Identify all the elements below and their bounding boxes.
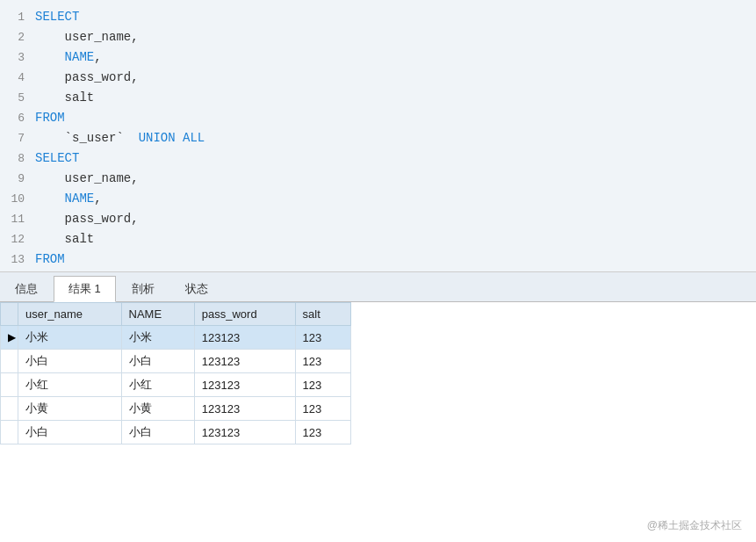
line-number: 11 [0, 210, 35, 229]
code-line: 9 user_name, [0, 169, 756, 189]
line-number: 6 [0, 109, 35, 128]
tab-信息[interactable]: 信息 [0, 276, 53, 301]
code-line: 6FROM [0, 108, 756, 128]
code-line: 1SELECT [0, 7, 756, 27]
line-number: 9 [0, 170, 35, 189]
cell-user_name: 小黄 [18, 397, 122, 421]
line-content: FROM [35, 249, 756, 269]
cell-salt: 123 [295, 421, 350, 444]
row-indicator: ▶ [1, 326, 18, 350]
cell-NAME: 小米 [121, 326, 194, 350]
code-editor: 1SELECT2 user_name,3 NAME,4 pass_word,5 … [0, 0, 756, 272]
line-number: 10 [0, 190, 35, 209]
code-line: 8SELECT [0, 148, 756, 169]
result-table-area[interactable]: user_nameNAMEpass_wordsalt▶小米小米123123123… [0, 302, 756, 542]
cell-NAME: 小白 [121, 421, 194, 444]
line-content: `s_user` UNION ALL [35, 128, 756, 148]
line-content: salt [35, 88, 756, 107]
cell-user_name: 小红 [18, 373, 122, 397]
cell-user_name: 小白 [18, 421, 122, 444]
line-content: NAME, [35, 189, 756, 208]
cell-salt: 123 [295, 326, 350, 350]
code-line: 13FROM [0, 249, 756, 270]
line-content: SELECT [35, 148, 756, 168]
cell-user_name: 小米 [18, 326, 122, 350]
watermark: @稀土掘金技术社区 [647, 518, 742, 533]
row-indicator [1, 421, 18, 444]
col-header-NAME: NAME [121, 303, 194, 326]
row-indicator [1, 397, 18, 421]
cell-salt: 123 [295, 397, 350, 421]
line-content: SELECT [35, 7, 756, 26]
code-line: 11 pass_word, [0, 209, 756, 229]
tab-结果-1[interactable]: 结果 1 [54, 276, 116, 302]
line-number: 12 [0, 230, 35, 249]
table-row[interactable]: 小黄小黄123123123 [1, 397, 351, 421]
cell-pass_word: 123123 [194, 373, 295, 397]
line-number: 13 [0, 250, 35, 270]
code-line: 3 NAME, [0, 47, 756, 68]
col-header-pass_word: pass_word [194, 303, 295, 326]
cell-pass_word: 123123 [194, 326, 295, 350]
col-indicator [1, 303, 18, 326]
tab-bar: 信息结果 1剖析状态 [0, 272, 756, 302]
table-row[interactable]: ▶小米小米123123123 [1, 326, 351, 350]
cell-pass_word: 123123 [194, 350, 295, 373]
line-content: pass_word, [35, 68, 756, 87]
table-row[interactable]: 小红小红123123123 [1, 373, 351, 397]
bottom-panel: 信息结果 1剖析状态 user_nameNAMEpass_wordsalt▶小米… [0, 272, 756, 542]
line-number: 4 [0, 69, 35, 88]
line-number: 2 [0, 28, 35, 47]
result-table: user_nameNAMEpass_wordsalt▶小米小米123123123… [0, 302, 351, 444]
row-indicator [1, 350, 18, 373]
tab-状态[interactable]: 状态 [170, 276, 223, 301]
code-line: 2 user_name, [0, 27, 756, 47]
code-line: 12 salt [0, 229, 756, 249]
line-content: user_name, [35, 169, 756, 188]
line-content: FROM [35, 108, 756, 127]
line-number: 3 [0, 48, 35, 68]
cell-NAME: 小红 [121, 373, 194, 397]
code-line: 10 NAME, [0, 189, 756, 209]
row-indicator [1, 373, 18, 397]
code-line: 7 `s_user` UNION ALL [0, 128, 756, 148]
table-row[interactable]: 小白小白123123123 [1, 421, 351, 444]
line-content: NAME, [35, 47, 756, 67]
code-line: 5 salt [0, 88, 756, 108]
tab-剖析[interactable]: 剖析 [117, 276, 169, 301]
table-row[interactable]: 小白小白123123123 [1, 350, 351, 373]
cell-pass_word: 123123 [194, 421, 295, 444]
line-number: 7 [0, 129, 35, 148]
cell-user_name: 小白 [18, 350, 122, 373]
code-line: 4 pass_word, [0, 68, 756, 88]
cell-pass_word: 123123 [194, 397, 295, 421]
line-number: 1 [0, 8, 35, 27]
line-content: salt [35, 229, 756, 249]
cell-NAME: 小黄 [121, 397, 194, 421]
cell-NAME: 小白 [121, 350, 194, 373]
line-number: 8 [0, 149, 35, 169]
col-header-salt: salt [295, 303, 350, 326]
cell-salt: 123 [295, 373, 350, 397]
line-content: pass_word, [35, 209, 756, 228]
line-number: 5 [0, 89, 35, 108]
col-header-user_name: user_name [18, 303, 122, 326]
cell-salt: 123 [295, 350, 350, 373]
line-content: user_name, [35, 27, 756, 47]
